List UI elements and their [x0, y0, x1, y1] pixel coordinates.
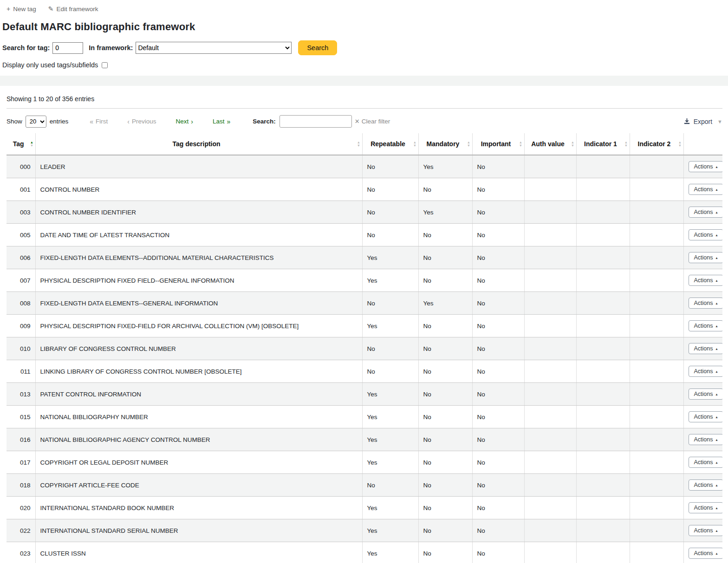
header-indicator-1[interactable]: Indicator 1▴▾: [576, 133, 630, 155]
repeatable-cell: Yes: [362, 519, 418, 542]
mandatory-cell: Yes: [418, 155, 472, 178]
actions-button[interactable]: Actions▴: [689, 548, 723, 559]
mandatory-cell: No: [418, 315, 472, 337]
repeatable-cell: Yes: [362, 246, 418, 269]
mandatory-cell: Yes: [418, 292, 472, 315]
first-page-button[interactable]: «First: [90, 118, 108, 125]
actions-cell: Actions▴: [683, 497, 722, 519]
actions-button[interactable]: Actions▴: [689, 184, 723, 195]
export-button[interactable]: Export ▼: [683, 118, 722, 125]
auth-value-cell: [524, 406, 576, 428]
auth-value-cell: [524, 519, 576, 542]
actions-button[interactable]: Actions▴: [689, 502, 723, 513]
important-cell: No: [472, 246, 524, 269]
framework-select[interactable]: Default: [136, 42, 292, 54]
section-separator: [0, 76, 728, 86]
repeatable-cell: No: [362, 201, 418, 224]
important-cell: No: [472, 337, 524, 360]
important-cell: No: [472, 201, 524, 224]
description-cell: LEADER: [35, 155, 362, 178]
actions-button[interactable]: Actions▴: [689, 457, 723, 468]
description-cell: COPYRIGHT OR LEGAL DEPOSIT NUMBER: [35, 451, 362, 474]
actions-button[interactable]: Actions▴: [689, 275, 723, 286]
actions-cell: Actions▴: [683, 406, 722, 428]
clear-filter-button[interactable]: ✕ Clear filter: [355, 118, 390, 125]
header-auth-value[interactable]: Auth value▴▾: [524, 133, 576, 155]
important-cell: No: [472, 178, 524, 201]
mandatory-cell: No: [418, 246, 472, 269]
indicator1-cell: [576, 337, 630, 360]
edit-framework-button[interactable]: ✎ Edit framework: [48, 5, 98, 13]
header-important[interactable]: Important▴▾: [472, 133, 524, 155]
actions-button[interactable]: Actions▴: [689, 229, 723, 240]
auth-value-cell: [524, 201, 576, 224]
in-framework-label: In framework:: [89, 44, 133, 52]
table-row: 008FIXED-LENGTH DATA ELEMENTS--GENERAL I…: [6, 292, 722, 315]
tag-cell: 023: [6, 542, 35, 563]
indicator1-cell: [576, 360, 630, 383]
actions-button[interactable]: Actions▴: [689, 479, 723, 491]
actions-button[interactable]: Actions▴: [689, 388, 723, 400]
actions-button[interactable]: Actions▴: [689, 411, 723, 422]
chevron-up-icon: ▴: [716, 506, 718, 510]
actions-button[interactable]: Actions▴: [689, 320, 723, 331]
indicator1-cell: [576, 246, 630, 269]
repeatable-cell: Yes: [362, 428, 418, 451]
mandatory-cell: No: [418, 406, 472, 428]
indicator2-cell: [630, 542, 683, 563]
actions-button[interactable]: Actions▴: [689, 161, 723, 172]
actions-button[interactable]: Actions▴: [689, 207, 723, 218]
description-cell: NATIONAL BIBLIOGRAPHIC AGENCY CONTROL NU…: [35, 428, 362, 451]
new-tag-button[interactable]: + New tag: [6, 5, 36, 13]
tag-cell: 001: [6, 178, 35, 201]
download-icon: [683, 118, 690, 125]
actions-button[interactable]: Actions▴: [689, 366, 723, 377]
chevron-up-icon: ▴: [716, 551, 718, 556]
auth-value-cell: [524, 315, 576, 337]
header-mandatory[interactable]: Mandatory▴▾: [418, 133, 472, 155]
pagination-top: «First ‹Previous Next› Last»: [90, 118, 250, 125]
table-search-input[interactable]: [280, 115, 352, 128]
last-page-button[interactable]: Last»: [213, 118, 230, 125]
repeatable-cell: No: [362, 155, 418, 178]
actions-button[interactable]: Actions▴: [689, 525, 723, 536]
search-button[interactable]: Search: [298, 40, 337, 55]
chevron-up-icon: ▴: [716, 210, 718, 214]
mandatory-cell: No: [418, 337, 472, 360]
header-tag-description[interactable]: Tag description▴▾: [35, 133, 362, 155]
next-page-button[interactable]: Next›: [176, 118, 193, 125]
actions-cell: Actions▴: [683, 246, 722, 269]
actions-cell: Actions▴: [683, 224, 722, 246]
repeatable-cell: No: [362, 178, 418, 201]
table-row: 007PHYSICAL DESCRIPTION FIXED FIELD--GEN…: [6, 269, 722, 292]
actions-button[interactable]: Actions▴: [689, 252, 723, 263]
chevron-up-icon: ▴: [716, 392, 718, 396]
search-form: Search for tag: In framework: Default Se…: [0, 39, 728, 69]
mandatory-cell: No: [418, 519, 472, 542]
header-tag[interactable]: Tag▴▾: [6, 133, 35, 155]
chevron-up-icon: ▴: [716, 460, 718, 465]
chevron-down-icon: ▼: [717, 119, 722, 124]
chevron-up-icon: ▴: [716, 256, 718, 260]
actions-button[interactable]: Actions▴: [689, 298, 723, 309]
header-repeatable[interactable]: Repeatable▴▾: [362, 133, 418, 155]
header-indicator-2[interactable]: Indicator 2▴▾: [630, 133, 683, 155]
toolbar: + New tag ✎ Edit framework: [0, 0, 728, 16]
tag-search-input[interactable]: [52, 42, 83, 54]
indicator2-cell: [630, 292, 683, 315]
previous-page-button[interactable]: ‹Previous: [127, 118, 156, 125]
chevron-up-icon: ▴: [716, 529, 718, 533]
tag-cell: 006: [6, 246, 35, 269]
actions-button[interactable]: Actions▴: [689, 343, 723, 354]
chevron-up-icon: ▴: [716, 188, 718, 192]
display-only-used-checkbox[interactable]: [102, 62, 108, 68]
actions-cell: Actions▴: [683, 383, 722, 406]
indicator2-cell: [630, 269, 683, 292]
auth-value-cell: [524, 360, 576, 383]
table-row: 016NATIONAL BIBLIOGRAPHIC AGENCY CONTROL…: [6, 428, 722, 451]
actions-button[interactable]: Actions▴: [689, 434, 723, 445]
page-size-select[interactable]: 20: [26, 116, 46, 128]
auth-value-cell: [524, 337, 576, 360]
tag-cell: 000: [6, 155, 35, 178]
auth-value-cell: [524, 178, 576, 201]
